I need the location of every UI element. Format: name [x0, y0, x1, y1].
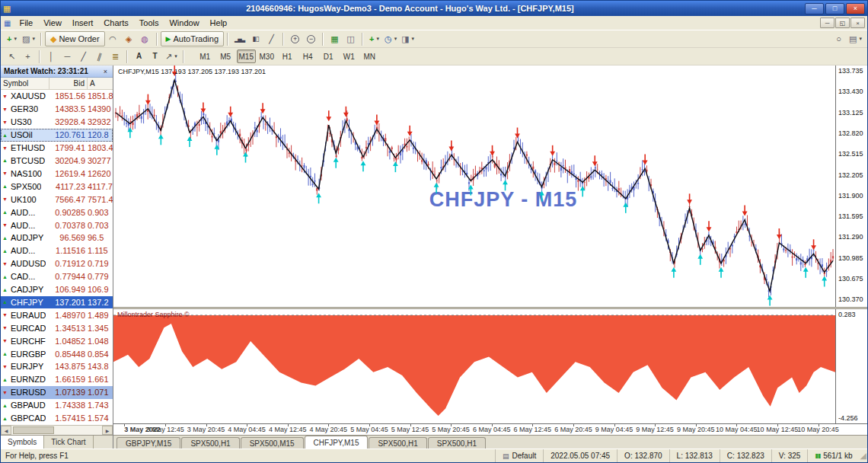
new-chart-button[interactable]: +▾: [4, 31, 20, 46]
symbol-row-us30[interactable]: ▼US3032928.432932: [1, 116, 113, 129]
timeframe-w1[interactable]: W1: [340, 49, 359, 63]
autotrading-button[interactable]: ▶AutoTrading: [161, 31, 224, 46]
symbol-row-eurjpy[interactable]: ▼EURJPY143.875143.8: [1, 360, 113, 373]
symbol-row-eurusd[interactable]: ▼EURUSD1.071391.071: [1, 386, 113, 399]
timeframe-h4[interactable]: H4: [298, 49, 318, 63]
symbol-row-audusd[interactable]: ▼AUDUSD0.719120.719: [1, 257, 113, 270]
menu-insert[interactable]: Insert: [67, 17, 99, 29]
chart-tab-chfjpy-m15[interactable]: CHFJPY,M15: [305, 436, 369, 449]
indicators-button[interactable]: +▾: [366, 31, 382, 46]
menu-view[interactable]: View: [38, 17, 67, 29]
column-header-bid[interactable]: Bid: [49, 78, 88, 89]
column-header-symbol[interactable]: Symbol: [1, 78, 49, 89]
price-axis[interactable]: 133.735133.430133.125132.820132.515132.2…: [835, 65, 867, 307]
menu-file[interactable]: File: [14, 17, 38, 29]
titlebar[interactable]: ▦ 2104660946: HugosWay-Demo3 - Demo Acco…: [1, 1, 867, 16]
time-axis[interactable]: 3 May 20223 May 12:453 May 20:454 May 04…: [113, 423, 867, 435]
arrows-button[interactable]: ↗▾: [163, 49, 180, 64]
templates-button[interactable]: ◨▾: [399, 31, 416, 46]
indicator-canvas[interactable]: Millontrader Sapphire ©: [113, 309, 835, 423]
chart-tab-gbpjpy-m15[interactable]: GBPJPY,M15: [116, 437, 180, 449]
child-restore-button[interactable]: ◱: [835, 18, 850, 28]
scroll-thumb[interactable]: [13, 426, 54, 434]
panel-tab-tick-chart[interactable]: Tick Chart: [44, 436, 93, 449]
symbol-row-usoil[interactable]: ▲USOil120.761120.8: [1, 129, 113, 142]
vertical-line-button[interactable]: │: [43, 49, 59, 64]
scroll-right-button[interactable]: ▶: [102, 426, 113, 435]
text-button[interactable]: A: [131, 49, 147, 64]
menu-tools[interactable]: Tools: [134, 17, 164, 29]
symbol-row-ger30[interactable]: ▼GER3014383.514390: [1, 103, 113, 116]
chart-tab-spx500-h1[interactable]: SPX500,H1: [428, 437, 486, 449]
symbol-row-euraud[interactable]: ▼EURAUD1.489701.489: [1, 308, 113, 321]
symbol-row-gbpaud[interactable]: ▲GBPAUD1.743381.743: [1, 399, 113, 412]
symbol-row-eurcad[interactable]: ▼EURCAD1.345131.345: [1, 321, 113, 334]
horizontal-line-button[interactable]: ─: [59, 49, 75, 64]
news-button[interactable]: ◈: [121, 31, 137, 46]
symbol-row-eurnzd[interactable]: ▲EURNZD1.661591.661: [1, 373, 113, 386]
symbol-row-aud[interactable]: ▼AUD...0.703780.703: [1, 219, 113, 232]
close-button[interactable]: ×: [846, 3, 865, 14]
candlestick-chart-button[interactable]: ▮▯: [247, 31, 263, 46]
trendline-button[interactable]: ╱: [75, 49, 91, 64]
chart-tab-spx500-h1[interactable]: SPX500,H1: [369, 437, 426, 449]
symbol-row-eurchf[interactable]: ▼EURCHF1.048521.048: [1, 334, 113, 347]
fibonacci-button[interactable]: ≣: [107, 49, 123, 64]
new-order-button[interactable]: ◆New Order: [45, 31, 105, 46]
bar-chart-button[interactable]: ▂▅▃: [231, 31, 247, 46]
symbol-row-ethusd[interactable]: ▼ETHUSD1799.411803.4: [1, 142, 113, 155]
timeframe-m15[interactable]: M15: [237, 49, 256, 63]
symbol-row-aud[interactable]: ▲AUD...0.902850.903: [1, 206, 113, 219]
tile-windows-button[interactable]: ▦: [327, 31, 343, 46]
search-button[interactable]: ○: [831, 31, 847, 46]
timeframe-h1[interactable]: H1: [278, 49, 297, 63]
timeframe-m1[interactable]: M1: [196, 49, 215, 63]
periods-button[interactable]: ◷▾: [382, 31, 399, 46]
profiles-button[interactable]: ▨▾: [20, 31, 37, 46]
menu-charts[interactable]: Charts: [98, 17, 133, 29]
symbol-row-audjpy[interactable]: ▲AUDJPY96.56996.5: [1, 232, 113, 244]
child-minimize-button[interactable]: ─: [820, 18, 834, 28]
maximize-button[interactable]: □: [825, 3, 844, 14]
panel-tab-symbols[interactable]: Symbols: [1, 436, 44, 449]
symbol-row-eurgbp[interactable]: ▲EURGBP0.854480.854: [1, 347, 113, 360]
symbol-row-nas100[interactable]: ▼NAS10012619.412620: [1, 167, 113, 180]
alerts-button[interactable]: ◍: [137, 31, 153, 46]
resize-grip[interactable]: ◢: [860, 451, 866, 461]
market-watch-close-button[interactable]: ×: [101, 68, 110, 75]
symbol-row-xauusd[interactable]: ▼XAUUSD1851.561851.8: [1, 90, 113, 103]
channel-button[interactable]: ∥: [91, 49, 107, 64]
crosshair-button[interactable]: +: [20, 49, 36, 64]
zoom-out-button[interactable]: −: [303, 31, 319, 46]
menu-window[interactable]: Window: [164, 17, 204, 29]
timeframe-m30[interactable]: M30: [257, 49, 276, 63]
market-watch-hscrollbar[interactable]: ◀ ▶: [1, 425, 113, 435]
expert-advisors-button[interactable]: ◠: [105, 31, 121, 46]
arrange-windows-button[interactable]: ◫: [343, 31, 359, 46]
line-chart-button[interactable]: ╱: [263, 31, 279, 46]
chart-tab-spx500-m15[interactable]: SPX500,M15: [241, 437, 304, 449]
scroll-track[interactable]: [11, 426, 102, 435]
cursor-button[interactable]: ↖: [4, 49, 20, 64]
timeframe-mn[interactable]: MN: [360, 49, 379, 63]
timeframe-m5[interactable]: M5: [216, 49, 235, 63]
symbol-row-btcusd[interactable]: ▲BTCUSD30204.930277: [1, 155, 113, 168]
label-button[interactable]: T: [147, 49, 163, 64]
symbol-row-uk100[interactable]: ▼UK1007566.477571.4: [1, 193, 113, 206]
symbol-row-cadjpy[interactable]: ▲CADJPY106.949106.9: [1, 283, 113, 296]
chart-tab-spx500-h1[interactable]: SPX500,H1: [181, 437, 239, 449]
symbol-row-aud[interactable]: ▲AUD...1.115161.115: [1, 244, 113, 257]
symbol-row-spx500[interactable]: ▲SPX5004117.234117.7: [1, 180, 113, 193]
indicator-axis[interactable]: 0.283 -4.256: [835, 309, 867, 423]
column-header-a[interactable]: A: [88, 78, 113, 89]
menu-help[interactable]: Help: [205, 17, 233, 29]
chart-canvas[interactable]: CHFJPY,M15 137.193 137.205 137.193 137.2…: [113, 65, 835, 307]
zoom-in-button[interactable]: +: [287, 31, 303, 46]
market-watch-header[interactable]: Market Watch: 23:31:21 ×: [1, 65, 113, 78]
timeframe-d1[interactable]: D1: [319, 49, 338, 63]
minimize-button[interactable]: ─: [805, 3, 824, 14]
status-profile[interactable]: ▤ Default: [495, 449, 543, 462]
symbol-row-gbpcad[interactable]: ▲GBPCAD1.574151.574: [1, 412, 113, 425]
symbol-row-cad[interactable]: ▲CAD...0.779440.779: [1, 270, 113, 283]
symbol-row-chfjpy[interactable]: ▲CHFJPY137.201137.2: [1, 296, 113, 309]
